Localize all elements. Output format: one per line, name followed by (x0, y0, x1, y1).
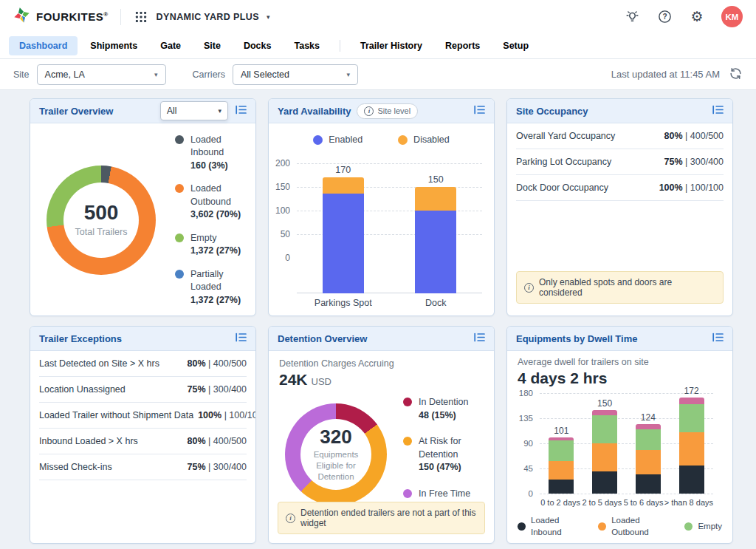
bar-segment[interactable] (549, 461, 574, 480)
dwell-time-chart: 18013590450 101150124172 0 to 2 days2 to… (518, 393, 722, 507)
bar-segment[interactable] (679, 466, 704, 494)
legend-item: Loaded Inbound160 (3%) (175, 134, 255, 173)
bar-segment[interactable] (636, 429, 661, 450)
detention-legend: In Detention48 (15%) At Risk for Detenti… (403, 396, 484, 514)
tab-shipments[interactable]: Shipments (80, 36, 148, 55)
bar-segment[interactable] (636, 474, 661, 494)
legend-item: Enabled (313, 134, 362, 147)
trailer-overview-donut[interactable]: 500 Total Trailers (47, 166, 156, 275)
bar-segment[interactable] (679, 398, 704, 404)
widget-yard-availability: Yard Availability iSite level Enabled Di… (268, 98, 495, 316)
legend-dot (598, 522, 606, 531)
bar[interactable]: 150 (415, 163, 456, 293)
bar-segment[interactable] (636, 424, 661, 429)
bar-total-label: 172 (684, 386, 699, 396)
bar-segment[interactable] (679, 404, 704, 432)
bar-segment[interactable] (679, 432, 704, 466)
widget-menu-icon[interactable] (236, 104, 247, 117)
bar-segment[interactable] (636, 450, 661, 474)
bar-total-label: 150 (597, 398, 612, 409)
widget-trailer-overview: Trailer Overview All▾ 500 Total Trailers (30, 98, 256, 316)
widget-title: Site Occupancy (516, 106, 588, 117)
detention-donut[interactable]: 320 Equipments Eligible for Detention (285, 403, 387, 505)
tab-gate[interactable]: Gate (150, 36, 191, 55)
bar-segment[interactable] (323, 177, 364, 194)
bar-segment[interactable] (549, 440, 574, 461)
bar-segment[interactable] (415, 211, 456, 293)
bar-segment[interactable] (549, 480, 574, 494)
tab-site[interactable]: Site (193, 36, 231, 55)
bar-segment[interactable] (592, 443, 617, 471)
tab-dashboard[interactable]: Dashboard (9, 36, 78, 55)
legend-item: Disabled (398, 134, 450, 147)
yard-availability-chart: 200150100500 170150 Parkings SpotDock (273, 163, 491, 308)
user-avatar[interactable]: KM (721, 6, 743, 27)
tab-setup[interactable]: Setup (492, 36, 539, 55)
legend-dot (684, 522, 693, 531)
app-grid-icon[interactable] (133, 9, 149, 25)
x-axis-labels: Parkings SpotDock (297, 298, 482, 308)
fourkites-brand[interactable]: FOURKITES® (13, 7, 109, 27)
site-select[interactable]: Acme, LA▾ (37, 64, 166, 85)
carriers-select[interactable]: All Selected▾ (233, 64, 358, 85)
detention-charges-value: 24KUSD (279, 371, 484, 389)
info-icon: i (524, 283, 534, 293)
tab-reports[interactable]: Reports (435, 36, 490, 55)
nav-divider (340, 40, 340, 52)
y-axis: 18013590450 (518, 393, 540, 507)
app-name-dropdown[interactable]: DYNAMIC YARD PLUS (157, 12, 259, 22)
bar[interactable]: 172 (679, 393, 704, 494)
widget-menu-icon[interactable] (236, 332, 247, 345)
x-axis-labels: 0 to 2 days2 to 5 days5 to 6 days> than … (540, 498, 713, 507)
widget-trailer-exceptions: Trailer Exceptions Last Detected on Site… (30, 326, 256, 544)
help-icon[interactable]: ? (656, 9, 673, 25)
site-occupancy-rows: Overall Yard Occupancy80% | 400/500 Park… (507, 123, 732, 201)
y-axis-tick: 150 (275, 182, 290, 192)
bar[interactable]: 150 (592, 393, 617, 494)
legend-dot (518, 522, 526, 531)
bar-segment[interactable] (592, 471, 617, 494)
tab-tasks[interactable]: Tasks (284, 36, 330, 55)
bar-segment[interactable] (415, 187, 456, 211)
chevron-down-icon: ▾ (267, 13, 270, 21)
detention-note: iDetention ended trailers are not a part… (278, 502, 485, 534)
legend-dot (175, 270, 184, 279)
widget-dwell-time: Equipments by Dwell Time Average dwell f… (506, 326, 733, 544)
widget-title: Trailer Overview (39, 106, 113, 117)
widget-menu-icon[interactable] (474, 332, 485, 345)
trailer-overview-legend: Loaded Inbound160 (3%) Loaded Outbound3,… (175, 134, 255, 307)
main-nav: Dashboard Shipments Gate Site Docks Task… (0, 33, 756, 59)
table-row: Last Detected on Site > X hrs80% | 400/5… (39, 351, 247, 377)
legend-dot (403, 437, 412, 446)
trailer-filter-select[interactable]: All▾ (160, 101, 228, 120)
bar-segment[interactable] (592, 410, 617, 416)
widget-title: Yard Availability (278, 106, 351, 117)
x-axis-label: Dock (390, 298, 483, 308)
whats-new-bulb-icon[interactable] (624, 9, 640, 25)
last-updated-text: Last updated at 11:45 AM (611, 69, 720, 80)
info-icon: i (364, 106, 374, 116)
filter-bar: Site Acme, LA▾ Carriers All Selected▾ La… (0, 59, 756, 90)
bar[interactable]: 170 (323, 163, 364, 293)
bar[interactable]: 101 (549, 393, 574, 494)
refresh-icon[interactable] (729, 67, 743, 83)
widget-menu-icon[interactable] (712, 104, 724, 117)
chevron-down-icon: ▾ (346, 71, 350, 78)
legend-item: Loaded Inbound (518, 514, 585, 538)
y-axis-tick: 180 (519, 389, 533, 398)
x-axis-label: 2 to 5 days (581, 498, 622, 507)
table-row: Dock Door Occupancy100% | 100/100 (516, 175, 724, 201)
gridline (540, 494, 713, 494)
bar-total-label: 150 (428, 174, 444, 185)
bar[interactable]: 124 (636, 393, 661, 494)
y-axis-tick: 200 (275, 158, 290, 168)
tab-trailer-history[interactable]: Trailer History (350, 36, 433, 55)
widget-menu-icon[interactable] (474, 104, 485, 117)
settings-gear-icon[interactable]: ⚙ (689, 9, 705, 25)
tab-docks[interactable]: Docks (233, 36, 282, 55)
bar-segment[interactable] (592, 415, 617, 443)
widget-title: Detention Overview (278, 333, 367, 344)
widget-menu-icon[interactable] (712, 332, 724, 345)
bar-segment[interactable] (323, 194, 364, 293)
y-axis-tick: 0 (529, 489, 533, 498)
